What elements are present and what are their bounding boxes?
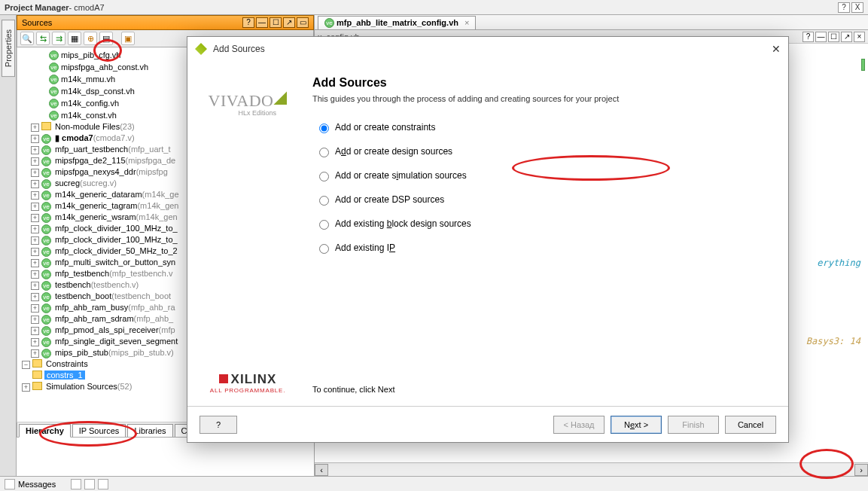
opt-constraints[interactable]: Add or create constraints bbox=[315, 121, 770, 133]
collapse-icon[interactable]: ⇉ bbox=[52, 32, 65, 45]
ed-sq[interactable]: ☐ bbox=[828, 32, 839, 42]
status-bar: Messages bbox=[0, 476, 868, 491]
vivado-logo: VIVADO bbox=[209, 91, 288, 110]
verilog-icon: ve bbox=[324, 18, 334, 28]
properties-tab[interactable]: Properties bbox=[2, 20, 15, 77]
tab-ip-sources[interactable]: IP Sources bbox=[72, 424, 126, 437]
editor-tab-label: mfp_ahb_lite_matrix_config.vh bbox=[337, 18, 458, 27]
panel-help[interactable]: ? bbox=[242, 17, 254, 28]
panel-sq[interactable]: ☐ bbox=[270, 17, 282, 28]
tab-libraries[interactable]: Libraries bbox=[127, 424, 172, 437]
left-dock: Properties bbox=[0, 15, 17, 476]
window-title-b: - cmodA7 bbox=[69, 3, 105, 12]
opt-design[interactable]: Add or create design sources bbox=[315, 145, 770, 157]
opt-simulation[interactable]: Add or create simulation sources bbox=[315, 169, 770, 181]
tab-hierarchy[interactable]: Hierarchy bbox=[19, 424, 71, 438]
title-bar: Project Manager - cmodA7 ? X bbox=[0, 0, 868, 15]
window-title-a: Project Manager bbox=[5, 3, 69, 12]
xilinx-logo: XILINX ALL PROGRAMMABLE. bbox=[210, 372, 285, 394]
dialog-close-icon[interactable]: ✕ bbox=[772, 43, 781, 55]
ed-min[interactable]: — bbox=[815, 32, 827, 42]
back-button: < Назад bbox=[553, 416, 605, 434]
dialog-icon bbox=[195, 43, 207, 55]
status-icon-c[interactable] bbox=[98, 479, 108, 489]
h-scrollbar[interactable]: ‹ › bbox=[315, 462, 868, 476]
scroll-right-icon[interactable]: › bbox=[854, 464, 868, 476]
dialog-heading: Add Sources bbox=[312, 76, 770, 90]
radio-sim[interactable] bbox=[319, 172, 329, 181]
dialog-help-button[interactable]: ? bbox=[199, 416, 237, 434]
radio-dsp[interactable] bbox=[319, 196, 329, 206]
status-icon-b[interactable] bbox=[84, 479, 95, 489]
console-icon[interactable] bbox=[5, 479, 15, 489]
cancel-button[interactable]: Cancel bbox=[725, 416, 776, 434]
sources-panel-header: Sources ? — ☐ ↗ ▭ bbox=[17, 15, 314, 30]
add-sources-dialog: Add Sources ✕ VIVADO HLx Editions XILINX… bbox=[187, 36, 789, 443]
next-button[interactable]: Next > bbox=[611, 416, 662, 434]
radio-ip[interactable] bbox=[319, 244, 329, 254]
tool-c-icon[interactable]: ▣ bbox=[121, 32, 135, 45]
sources-panel-title: Sources bbox=[22, 18, 52, 27]
close-tab-icon[interactable]: × bbox=[464, 18, 469, 27]
opt-ip[interactable]: Add existing IP bbox=[315, 242, 770, 254]
radio-constraints[interactable] bbox=[319, 124, 329, 133]
finish-button: Finish bbox=[668, 416, 719, 434]
marker-icon bbox=[861, 59, 865, 71]
radio-design[interactable] bbox=[319, 148, 329, 157]
ed-help[interactable]: ? bbox=[803, 32, 814, 42]
messages-button[interactable]: Messages bbox=[18, 480, 56, 489]
scroll-left-icon[interactable]: ‹ bbox=[315, 464, 328, 476]
dialog-desc: This guides you through the process of a… bbox=[312, 94, 770, 103]
expand-icon[interactable]: ⇆ bbox=[36, 32, 50, 45]
ed-close[interactable]: × bbox=[854, 32, 865, 42]
radio-block[interactable] bbox=[319, 220, 329, 230]
panel-full[interactable]: ▭ bbox=[297, 17, 309, 28]
close-button[interactable]: X bbox=[851, 2, 863, 13]
ed-pop[interactable]: ↗ bbox=[841, 32, 852, 42]
dialog-title: Add Sources bbox=[213, 44, 265, 54]
opt-dsp[interactable]: Add or create DSP sources bbox=[315, 194, 770, 206]
editor-tab[interactable]: ve mfp_ahb_lite_matrix_config.vh × bbox=[318, 16, 476, 29]
add-sources-icon[interactable]: ⊕ bbox=[84, 32, 97, 45]
tool-a-icon[interactable]: ▦ bbox=[68, 32, 81, 45]
continue-hint: To continue, click Next bbox=[312, 385, 770, 394]
help-button[interactable]: ? bbox=[838, 2, 850, 13]
panel-pop[interactable]: ↗ bbox=[283, 17, 295, 28]
opt-block[interactable]: Add existing block design sources bbox=[315, 218, 770, 230]
tool-b-icon[interactable]: ▤ bbox=[99, 32, 113, 45]
panel-min[interactable]: — bbox=[256, 17, 268, 28]
search-icon[interactable]: 🔍 bbox=[20, 32, 34, 45]
vivado-sub: HLx Editions bbox=[239, 109, 288, 117]
status-icon-a[interactable] bbox=[71, 479, 81, 489]
